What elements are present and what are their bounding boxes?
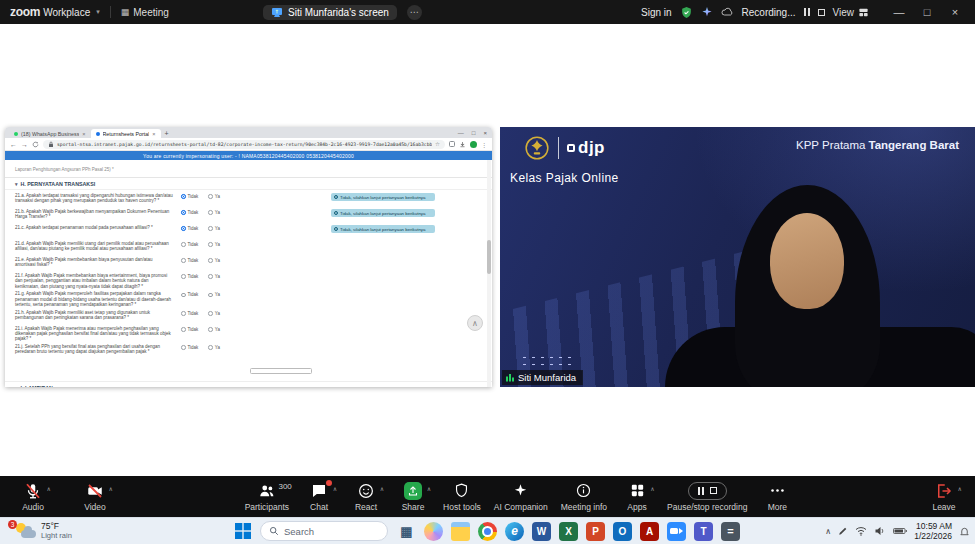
stop-recording-icon[interactable] [818, 9, 825, 16]
radio-tidak[interactable]: Tidak [181, 226, 198, 231]
text-input[interactable] [250, 368, 312, 374]
host-tools-button[interactable]: Host tools [443, 482, 481, 512]
browser-scrollbar[interactable] [487, 160, 491, 387]
apps-button[interactable]: ∧ Apps [620, 482, 654, 512]
radio-ya[interactable]: Ya [208, 345, 220, 350]
back-icon[interactable]: ← [10, 141, 17, 148]
address-bar[interactable]: sportal-ntsa.intranet.pajak.go.id/return… [43, 140, 445, 149]
copilot-icon[interactable] [424, 522, 443, 541]
pause-recording-icon[interactable] [804, 8, 810, 16]
start-button[interactable] [235, 523, 251, 539]
radio-ya[interactable]: Ya [208, 274, 220, 279]
close-tab-icon[interactable]: × [152, 131, 155, 137]
section-header-transaksi[interactable]: ▾ H. PERNYATAAN TRANSAKSI [5, 178, 492, 190]
browser-menu-icon[interactable]: ⋮ [481, 141, 487, 148]
radio-tidak[interactable]: Tidak [181, 311, 198, 316]
chevron-up-icon[interactable]: ∧ [427, 485, 431, 492]
browser-tab-whatsapp[interactable]: (18) WhatsApp Business × [9, 129, 91, 138]
chevron-up-icon[interactable]: ∧ [650, 485, 654, 492]
radio-ya[interactable]: Ya [208, 292, 220, 297]
weather-widget[interactable]: 3 75°F Light rain [4, 518, 72, 544]
taskbar-clock[interactable]: 10:59 AM 1/22/2026 [914, 521, 952, 541]
screen-share-tab[interactable]: Siti Munfarida's screen [263, 5, 397, 20]
scrollbar-thumb[interactable] [487, 240, 491, 274]
radio-tidak[interactable]: Tidak [181, 242, 198, 247]
radio-tidak[interactable]: Tidak [181, 210, 198, 215]
edge-icon[interactable] [505, 522, 524, 541]
radio-tidak[interactable]: Tidak [181, 258, 198, 263]
radio-tidak[interactable]: Tidak [181, 327, 198, 332]
more-button[interactable]: More [760, 482, 794, 512]
radio-ya[interactable]: Ya [208, 210, 220, 215]
file-explorer-icon[interactable] [451, 522, 470, 541]
chevron-up-icon[interactable]: ∧ [380, 485, 384, 492]
radio-ya[interactable]: Ya [208, 311, 220, 316]
ai-companion-button[interactable]: AI Companion [494, 482, 548, 512]
notification-bell-icon[interactable] [959, 526, 970, 537]
chevron-down-icon[interactable]: ▾ [96, 8, 100, 16]
powerpoint-icon[interactable] [586, 522, 605, 541]
scroll-top-button[interactable]: ∧ [467, 315, 483, 331]
participant-video[interactable]: djp Kelas Pajak Online KPP PratamaTanger… [500, 127, 975, 387]
react-button[interactable]: ∧ React [349, 482, 383, 512]
chevron-up-icon[interactable]: ∧ [958, 485, 962, 492]
chevron-up-icon[interactable]: ∧ [47, 485, 51, 492]
radio-ya[interactable]: Ya [208, 258, 220, 263]
radio-ya[interactable]: Ya [208, 226, 220, 231]
close-tab-icon[interactable]: × [82, 131, 85, 137]
radio-ya[interactable]: Ya [208, 327, 220, 332]
extensions-icon[interactable] [449, 141, 455, 147]
battery-icon[interactable] [893, 527, 907, 535]
radio-tidak[interactable]: Tidak [181, 345, 198, 350]
participants-button[interactable]: 300 Participants [245, 482, 289, 512]
sign-in-button[interactable]: Sign in [641, 7, 672, 18]
close-button[interactable]: × [941, 0, 969, 24]
hidden-icons-chevron[interactable]: ∧ [825, 527, 831, 536]
security-shield-icon[interactable] [680, 6, 693, 19]
zoom-icon[interactable] [667, 522, 686, 541]
wifi-icon[interactable] [855, 526, 867, 536]
browser-tab-portal[interactable]: Returnsheets Portal × [91, 129, 161, 138]
radio-tidak[interactable]: Tidak [181, 292, 198, 297]
calculator-icon[interactable] [721, 522, 740, 541]
browser-close-button[interactable]: × [483, 130, 487, 136]
pen-icon[interactable] [838, 526, 848, 536]
pause-stop-recording-button[interactable]: Pause/stop recording [667, 482, 747, 512]
volume-icon[interactable] [874, 526, 886, 536]
maximize-button[interactable]: □ [913, 0, 941, 24]
stop-icon[interactable] [710, 487, 717, 494]
radio-ya[interactable]: Ya [208, 242, 220, 247]
meeting-info-button[interactable]: Meeting info [561, 482, 607, 512]
reload-icon[interactable] [32, 141, 39, 148]
video-button[interactable]: ∧ Video [78, 482, 112, 512]
chevron-up-icon[interactable]: ∧ [333, 485, 337, 492]
section-header-lampiran[interactable]: ▾ I. LAMPIRAN [5, 381, 492, 387]
acrobat-icon[interactable] [640, 522, 659, 541]
ai-sparkle-icon[interactable] [701, 6, 713, 18]
forward-icon[interactable]: → [21, 141, 28, 148]
new-tab-button[interactable]: + [165, 129, 169, 138]
outlook-icon[interactable] [613, 522, 632, 541]
radio-ya[interactable]: Ya [208, 194, 220, 199]
pause-icon[interactable] [698, 487, 704, 495]
browser-profile-avatar[interactable] [470, 141, 477, 148]
tab-meeting[interactable]: ▦ Meeting [121, 7, 169, 18]
chat-button[interactable]: ∧ Chat [302, 482, 336, 512]
share-button[interactable]: ∧ Share [396, 482, 430, 512]
task-view-icon[interactable] [397, 522, 416, 541]
browser-maximize-button[interactable]: □ [472, 130, 476, 136]
chevron-up-icon[interactable]: ∧ [109, 485, 113, 492]
radio-tidak[interactable]: Tidak [181, 274, 198, 279]
taskbar-search[interactable]: Search [260, 521, 388, 541]
teams-icon[interactable] [694, 522, 713, 541]
minimize-button[interactable]: — [885, 0, 913, 24]
download-icon[interactable] [459, 141, 466, 148]
excel-icon[interactable] [559, 522, 578, 541]
bookmark-star-icon[interactable]: ☆ [435, 141, 440, 147]
view-button[interactable]: View [833, 7, 870, 18]
audio-button[interactable]: ∧ Audio [16, 482, 50, 512]
word-icon[interactable] [532, 522, 551, 541]
more-options-button[interactable]: ⋯ [407, 5, 422, 20]
leave-button[interactable]: ∧ Leave [927, 482, 961, 512]
radio-tidak[interactable]: Tidak [181, 194, 198, 199]
